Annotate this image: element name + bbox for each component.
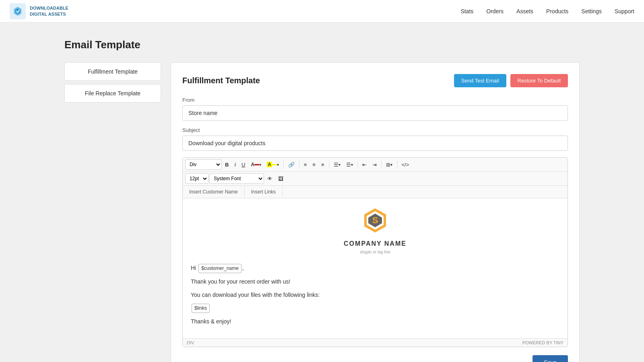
logo-text: DOWNLOADABLE DIGITAL ASSETS (30, 5, 68, 17)
nav-stats[interactable]: Stats (460, 8, 473, 14)
editor-content[interactable]: S COMPANY NAME slogan or tag line Hi $cu… (183, 198, 568, 338)
nav-settings[interactable]: Settings (581, 8, 602, 14)
editor-wrapper: Div Paragraph Heading 1 B I U A ▾ A ▾ (182, 157, 568, 347)
text-color-button[interactable]: A ▾ (248, 159, 264, 170)
from-input[interactable] (182, 105, 568, 121)
greeting-text: Hi (191, 265, 196, 271)
greeting-line: Hi $customer_name, (191, 263, 559, 273)
preview-button[interactable]: 👁 (265, 173, 275, 184)
insert-row: Insert Customer Name Insert Links (183, 186, 568, 198)
company-logo-area: S COMPANY NAME slogan or tag line (191, 206, 559, 255)
company-name-text: COMPANY NAME (191, 239, 559, 249)
closing-line: Thanks & enjoy! (191, 317, 559, 326)
nav-support[interactable]: Support (615, 8, 634, 14)
font-family-select[interactable]: System Font Arial Times New Roman (209, 173, 264, 184)
table-button[interactable]: ⊞▾ (384, 159, 395, 170)
from-label: From (182, 97, 568, 103)
nav-assets[interactable]: Assets (516, 8, 533, 14)
page-title: Email Template (64, 39, 580, 51)
company-logo-svg: S (361, 206, 389, 234)
align-right-button[interactable]: ≡ (319, 159, 327, 170)
panel-actions: Send Test Email Restore To Default (454, 74, 568, 87)
links-line: $links (191, 303, 559, 313)
svg-text:S: S (372, 215, 378, 225)
unordered-list-button[interactable]: ☰▾ (331, 159, 343, 170)
send-test-email-button[interactable]: Send Test Email (454, 74, 506, 87)
download-line: You can download your files with the fol… (191, 290, 559, 299)
company-tagline: slogan or tag line (191, 249, 559, 255)
align-center-button[interactable]: ≡ (310, 159, 318, 170)
main-panel: Fulfillment Template Send Test Email Res… (171, 62, 580, 362)
editor-status-bar: DIV POWERED BY TINY (183, 338, 568, 347)
customer-name-tag: $customer_name (198, 264, 242, 273)
subject-input[interactable] (182, 136, 568, 151)
italic-button[interactable]: I (232, 159, 238, 170)
status-powered-by: POWERED BY TINY (522, 340, 564, 345)
sidebar-item-fulfillment[interactable]: Fulfillment Template (64, 62, 161, 81)
subject-label: Subject (182, 127, 568, 133)
insert-links-button[interactable]: Insert Links (245, 186, 283, 198)
app-logo-icon (10, 3, 26, 19)
ordered-list-button[interactable]: ☰▾ (344, 159, 355, 170)
outdent-button[interactable]: ⇤ (360, 159, 369, 170)
underline-button[interactable]: U (239, 159, 248, 170)
logo-area: DOWNLOADABLE DIGITAL ASSETS (10, 3, 68, 19)
toolbar-row-2: 12pt 10pt 14pt 16pt System Font Arial Ti… (183, 172, 568, 186)
block-type-select[interactable]: Div Paragraph Heading 1 (185, 159, 222, 170)
save-button[interactable]: Save (533, 355, 568, 362)
from-field-group: From (182, 97, 568, 127)
nav-products[interactable]: Products (546, 8, 568, 14)
panel-title: Fulfillment Template (182, 76, 260, 85)
image-button[interactable]: 🖼 (276, 173, 286, 184)
links-tag: $links (192, 304, 210, 313)
toolbar-row-1: Div Paragraph Heading 1 B I U A ▾ A ▾ (183, 158, 568, 172)
panel-header: Fulfillment Template Send Test Email Res… (182, 74, 568, 87)
indent-button[interactable]: ⇥ (370, 159, 379, 170)
thank-you-line: Thank you for your recent order with us! (191, 277, 559, 286)
link-button[interactable]: 🔗 (286, 159, 297, 170)
restore-default-button[interactable]: Restore To Default (510, 74, 568, 87)
highlight-color-button[interactable]: A ▾ (264, 159, 281, 170)
top-nav: Stats Orders Assets Products Settings Su… (460, 8, 634, 14)
status-block-type: DIV (187, 340, 194, 345)
save-row: Save (182, 355, 568, 362)
align-left-button[interactable]: ≡ (301, 159, 310, 170)
sidebar-item-file-replace[interactable]: File Replace Template (64, 84, 161, 103)
sidebar: Fulfillment Template File Replace Templa… (64, 62, 161, 362)
insert-customer-name-button[interactable]: Insert Customer Name (183, 186, 245, 198)
font-size-select[interactable]: 12pt 10pt 14pt 16pt (185, 173, 208, 184)
bold-button[interactable]: B (223, 159, 231, 170)
email-body: Hi $customer_name, Thank you for your re… (191, 263, 559, 326)
source-code-button[interactable]: </> (399, 159, 412, 170)
subject-field-group: Subject (182, 127, 568, 157)
nav-orders[interactable]: Orders (486, 8, 504, 14)
app-header: DOWNLOADABLE DIGITAL ASSETS Stats Orders… (0, 0, 644, 23)
